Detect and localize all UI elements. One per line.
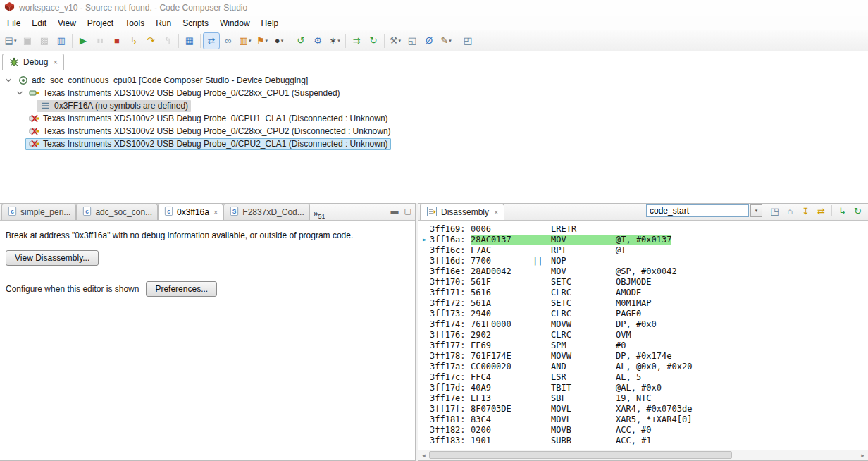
registers-button[interactable]: ▦ xyxy=(181,32,198,49)
disassembly-row[interactable]: 3ff17c:FFC4LSRAL, 5 xyxy=(420,371,868,382)
disassembly-row[interactable]: 3ff182:0200MOVBACC, #0 xyxy=(420,424,868,435)
home-button[interactable]: ⌂ xyxy=(783,204,798,219)
disassembly-row[interactable]: 3ff17d:40A9TBIT@AL, #0x0 xyxy=(420,382,868,393)
close-icon[interactable]: × xyxy=(494,208,498,216)
disassembly-row[interactable]: 3ff16c:F7ACRPT@T xyxy=(420,245,868,255)
run-free-button[interactable]: ⇉ xyxy=(348,32,365,49)
scroll-left-icon[interactable]: ◂ xyxy=(418,450,429,460)
disassembly-row[interactable]: 3ff177:FF69SPM#0 xyxy=(420,340,868,350)
debug-tree-item[interactable]: Texas Instruments XDS100v2 USB Debug Pro… xyxy=(0,112,868,125)
run-free-icon: ⇉ xyxy=(353,36,361,45)
menu-help[interactable]: Help xyxy=(256,16,285,30)
step-into-button[interactable]: ↳ xyxy=(125,32,142,49)
tools-button[interactable]: ⚒▾ xyxy=(387,32,404,49)
tab-debug[interactable]: Debug × xyxy=(2,54,64,70)
instruction-operands: DP, #0x0 xyxy=(616,319,657,329)
disassembly-row[interactable]: 3ff174:761F0000MOVWDP, #0x0 xyxy=(420,319,868,329)
disassembly-row[interactable]: 3ff178:761F174EMOVWDP, #0x174e xyxy=(420,350,868,361)
disassembly-listing[interactable]: 3ff169:0006LRETR►3ff16a:28AC0137MOV@T, #… xyxy=(418,221,868,450)
new-wizard-button[interactable]: ▤▾ xyxy=(2,32,19,49)
editor-tab-adc-soc-con-[interactable]: cadc_soc_con... xyxy=(76,204,158,220)
disassembly-row[interactable]: 3ff16e:28AD0042MOV@SP, #0x0042 xyxy=(420,266,868,276)
horizontal-scrollbar[interactable]: ◂ ▸ xyxy=(418,450,868,460)
scripting-console-button[interactable]: ◱ xyxy=(404,32,421,49)
disassembly-row[interactable]: ►3ff16a:28AC0137MOV@T, #0x0137 xyxy=(420,234,868,245)
breakpoint-flag-button[interactable]: ⚑▾ xyxy=(254,32,271,49)
resume-button[interactable]: ▶ xyxy=(75,32,92,49)
instruction-operands: @T, #0x0137 xyxy=(616,235,671,245)
disassembly-row[interactable]: 3ff176:2902CLRCOVM xyxy=(420,329,868,340)
scroll-right-icon[interactable]: ▸ xyxy=(857,450,868,460)
tab-overflow-button[interactable]: » 51 xyxy=(310,207,329,220)
disassembly-row[interactable]: 3ff170:561FSETCOBJMODE xyxy=(420,276,868,287)
dropdown-arrow-icon: ▾ xyxy=(249,38,252,44)
disassembly-row[interactable]: 3ff183:1901SUBBACC, #1 xyxy=(420,435,868,445)
menu-tools[interactable]: Tools xyxy=(119,16,150,30)
menu-run[interactable]: Run xyxy=(150,16,177,30)
menu-file[interactable]: File xyxy=(1,16,26,30)
debug-tree-item[interactable]: Texas Instruments XDS100v2 USB Debug Pro… xyxy=(0,125,868,137)
lock-pc-button[interactable]: ↧ xyxy=(798,204,813,219)
new-window-button[interactable]: ◰ xyxy=(459,32,476,49)
memory-button[interactable]: ▥▾ xyxy=(237,32,254,49)
profile-button[interactable]: Ø xyxy=(421,32,438,49)
disassembly-row[interactable]: 3ff17e:EF13SBF19, NTC xyxy=(420,393,868,403)
load-program-button[interactable]: ●▾ xyxy=(271,32,287,49)
instruction-address: 3ff17e: xyxy=(430,393,471,403)
parallel-bars xyxy=(533,330,551,340)
link-core-button[interactable]: ∞ xyxy=(220,32,237,49)
disassembly-row[interactable]: 3ff17a:CC000020ANDAL, @0x0, #0x20 xyxy=(420,361,868,371)
editor-tab-simple-peri-[interactable]: csimple_peri... xyxy=(1,204,76,220)
target-config-button[interactable]: ⚙ xyxy=(309,32,326,49)
preferences-button[interactable]: Preferences... xyxy=(146,281,217,297)
save-button[interactable]: ▣ xyxy=(19,32,36,49)
disassembly-row[interactable]: 3ff16d:7700||NOP xyxy=(420,255,868,266)
close-icon[interactable]: × xyxy=(213,208,218,216)
disassembly-row[interactable]: 3ff173:2940CLRCPAGE0 xyxy=(420,308,868,319)
pin-button[interactable]: ✎▾ xyxy=(438,32,454,49)
menu-view[interactable]: View xyxy=(52,16,82,30)
close-icon[interactable]: × xyxy=(53,58,57,66)
address-input[interactable] xyxy=(646,204,749,217)
debug-tree-item[interactable]: Texas Instruments XDS100v2 USB Debug Pro… xyxy=(0,87,868,99)
show-disassembly-mode-button[interactable]: ⇄ xyxy=(203,32,220,49)
open-console-button[interactable]: ▥ xyxy=(53,32,70,49)
link-debug-context-button[interactable]: ⇄ xyxy=(814,204,829,219)
menu-window[interactable]: Window xyxy=(214,16,256,30)
disassembly-row[interactable]: 3ff169:0006LRETR xyxy=(420,223,868,234)
editor-tab-f2837xd-cod-[interactable]: SF2837xD_Cod... xyxy=(223,204,309,220)
menu-edit[interactable]: Edit xyxy=(26,16,52,30)
disassembly-row[interactable]: 3ff172:561ASETCM0M1MAP xyxy=(420,297,868,308)
debug-tree-item[interactable]: 0x3FF16A (no symbols are defined) xyxy=(0,99,868,112)
address-history-dropdown[interactable]: ▾ xyxy=(750,204,762,217)
disassembly-row[interactable]: 3ff171:5616CLRCAMODE xyxy=(420,287,868,297)
expand-arrow-icon[interactable] xyxy=(3,75,14,86)
refresh-view-button[interactable]: ↻ xyxy=(850,204,865,219)
maximize-button[interactable]: ▢ xyxy=(404,207,411,216)
open-new-view-button[interactable]: ◳ xyxy=(767,204,782,219)
disassembly-toolbar-icons: ◳⌂↧⇄↳↻ xyxy=(767,204,865,219)
menu-scripts[interactable]: Scripts xyxy=(177,16,214,30)
editor-tab-0x3ff16a[interactable]: c0x3ff16a× xyxy=(158,204,223,220)
flash-settings-button[interactable]: ∗▾ xyxy=(326,32,343,49)
view-disassembly-button[interactable]: View Disassembly... xyxy=(6,250,99,266)
step-return-button[interactable]: ↰ xyxy=(159,32,176,49)
step-over-button[interactable]: ↷ xyxy=(142,32,159,49)
debug-tree-item[interactable]: Texas Instruments XDS100v2 USB Debug Pro… xyxy=(0,137,868,150)
debug-tree-item[interactable]: adc_soc_continuous_cpu01 [Code Composer … xyxy=(0,74,868,87)
disassembly-row[interactable]: 3ff17f:8F0703DEMOVLXAR4, #0x0703de xyxy=(420,403,868,414)
suspend-button[interactable]: ▮▮ xyxy=(92,32,108,49)
scrollbar-track[interactable] xyxy=(429,450,857,460)
expand-arrow-icon[interactable] xyxy=(14,87,25,99)
terminate-button[interactable]: ■ xyxy=(108,32,125,49)
tab-disassembly[interactable]: Disassembly × xyxy=(420,204,504,220)
minimize-button[interactable]: ▬ xyxy=(391,207,399,216)
reset-cpu-button[interactable]: ↻ xyxy=(365,32,382,49)
menu-project[interactable]: Project xyxy=(82,16,119,30)
save-all-button[interactable]: ▩ xyxy=(36,32,53,49)
step-into-asm-button[interactable]: ↳ xyxy=(835,204,850,219)
restore-views-button[interactable]: ↺ xyxy=(292,32,309,49)
scrollbar-thumb[interactable] xyxy=(429,451,732,459)
registers-icon: ▦ xyxy=(185,36,194,45)
disassembly-row[interactable]: 3ff181:83C4MOVLXAR5, *+XAR4[0] xyxy=(420,414,868,424)
